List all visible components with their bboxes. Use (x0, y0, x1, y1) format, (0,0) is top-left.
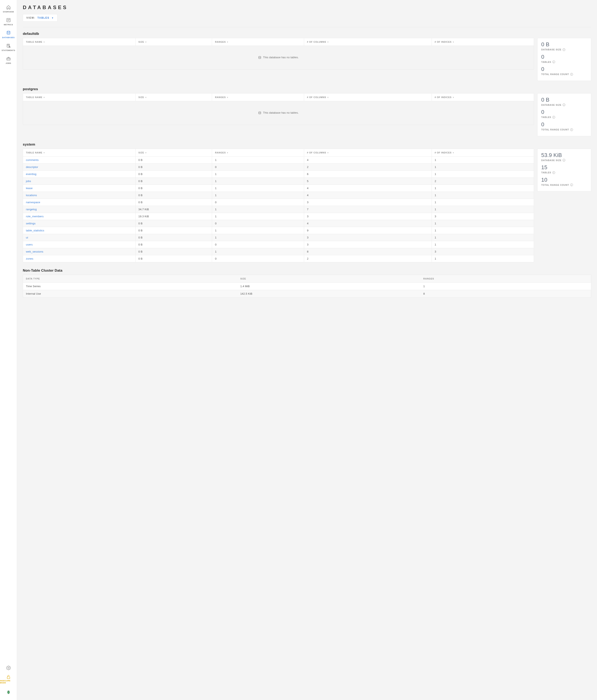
cell-size: 0 B (135, 220, 212, 227)
table-name-link[interactable]: zones (23, 255, 135, 262)
table-name-link[interactable]: rangelog (23, 206, 135, 213)
cell-indices: 1 (432, 170, 534, 177)
table-row: Internal Use142.5 KiB8 (23, 290, 591, 297)
cell-columns: 9 (304, 227, 432, 234)
info-icon[interactable]: i (570, 73, 573, 76)
summary-ranges-label: TOTAL RANGE COUNTi (541, 183, 587, 186)
table-row: ui0 B131 (23, 234, 534, 241)
cell-size: 0 B (135, 177, 212, 184)
cell-size: 0 B (135, 227, 212, 234)
info-icon[interactable]: i (570, 183, 573, 186)
cell-ranges: 1 (212, 248, 304, 255)
table-name-link[interactable]: table_statistics (23, 227, 135, 234)
cell-size: 0 B (135, 241, 212, 248)
cell-size: 0 B (135, 234, 212, 241)
table-name-link[interactable]: eventlog (23, 170, 135, 177)
table-name-link[interactable]: descriptor (23, 164, 135, 170)
sort-icon: ▼ (327, 41, 329, 43)
cell-columns: 6 (304, 170, 432, 177)
view-selector-label: VIEW: (26, 16, 35, 19)
sidebar-item-metrics[interactable]: METRICS (0, 15, 17, 28)
table-name-link[interactable]: role_members (23, 213, 135, 220)
column-header[interactable]: SIZE▼ (135, 38, 212, 46)
column-header[interactable]: TABLE NAME▼ (23, 149, 135, 156)
cell-indices: 2 (432, 177, 534, 184)
cell-size: 0 B (135, 255, 212, 262)
table-name-link[interactable]: locations (23, 192, 135, 199)
summary-size-label: DATABASE SIZEi (541, 103, 587, 106)
cell-columns: 2 (304, 255, 432, 262)
column-header[interactable]: # OF INDICES▼ (432, 94, 534, 101)
cell-indices: 1 (432, 227, 534, 234)
view-selector[interactable]: VIEW: TABLES ▼ (23, 14, 57, 22)
column-header: RANGES (420, 275, 591, 282)
cell-ranges: 1 (212, 213, 304, 220)
summary-tables-label: TABLESi (541, 60, 587, 63)
cell-indices: 1 (432, 199, 534, 206)
cell-indices: 1 (432, 234, 534, 241)
table-name-link[interactable]: jobs (23, 177, 135, 184)
cell-ranges: 1 (212, 170, 304, 177)
column-header[interactable]: SIZE▼ (135, 94, 212, 101)
table-row: role_members19.3 KiB133 (23, 213, 534, 220)
sort-icon: ▼ (43, 96, 45, 99)
cell-ranges: 1 (420, 282, 591, 290)
summary-size-value: 0 B (541, 97, 587, 103)
column-header[interactable]: TABLE NAME▼ (23, 94, 135, 101)
sidebar-item-jobs[interactable]: JOBS (0, 53, 17, 66)
cell-size: 142.5 KiB (237, 290, 420, 297)
column-header[interactable]: # OF COLUMNS▼ (304, 38, 432, 46)
column-header[interactable]: RANGES▼ (212, 149, 304, 156)
column-header[interactable]: RANGES▼ (212, 38, 304, 46)
database-icon (258, 111, 261, 114)
cell-columns: 4 (304, 156, 432, 164)
table-name-link[interactable]: namespace (23, 199, 135, 206)
cell-type: Time Series (23, 282, 238, 290)
info-icon[interactable]: i (563, 103, 565, 106)
info-icon[interactable]: i (563, 159, 565, 161)
cell-ranges: 1 (212, 156, 304, 164)
table-row: web_sessions0 B183 (23, 248, 534, 255)
cell-indices: 3 (432, 248, 534, 255)
cell-indices: 1 (432, 192, 534, 199)
table-row: Time Series1.4 MiB1 (23, 282, 591, 290)
column-header[interactable]: # OF COLUMNS▼ (304, 94, 432, 101)
column-header[interactable]: # OF COLUMNS▼ (304, 149, 432, 156)
tables-grid: TABLE NAME▼SIZE▼RANGES▼# OF COLUMNS▼# OF… (23, 149, 534, 262)
page-title: DATABASES (23, 5, 591, 10)
table-name-link[interactable]: comments (23, 156, 135, 164)
info-icon[interactable]: i (552, 116, 555, 119)
column-header[interactable]: # OF INDICES▼ (432, 149, 534, 156)
sidebar-item-overview[interactable]: OVERVIEW (0, 2, 17, 15)
sort-icon: ▼ (145, 152, 147, 154)
table-row: rangelog34.7 KiB171 (23, 206, 534, 213)
column-header[interactable]: # OF INDICES▼ (432, 38, 534, 46)
table-name-link[interactable]: ui (23, 234, 135, 241)
cell-indices: 1 (432, 164, 534, 170)
cell-indices: 1 (432, 241, 534, 248)
info-icon[interactable]: i (570, 128, 573, 131)
database-name: system (23, 143, 591, 147)
cell-columns: 8 (304, 248, 432, 255)
briefcase-icon (6, 56, 11, 61)
column-header[interactable]: TABLE NAME▼ (23, 38, 135, 46)
table-name-link[interactable]: web_sessions (23, 248, 135, 255)
svg-rect-2 (7, 44, 9, 47)
cell-size: 0 B (135, 170, 212, 177)
column-header[interactable]: SIZE▼ (135, 149, 212, 156)
sidebar: OVERVIEW METRICS DATABASES STATEMENTS JO… (0, 0, 17, 310)
cell-size: 0 B (135, 184, 212, 192)
info-icon[interactable]: i (552, 60, 555, 63)
table-name-link[interactable]: settings (23, 220, 135, 227)
info-icon[interactable]: i (552, 171, 555, 174)
sidebar-item-databases[interactable]: DATABASES (0, 28, 17, 41)
table-row: table_statistics0 B191 (23, 227, 534, 234)
column-header[interactable]: RANGES▼ (212, 94, 304, 101)
database-section: postgresTABLE NAME▼SIZE▼RANGES▼# OF COLU… (23, 87, 591, 136)
table-name-link[interactable]: users (23, 241, 135, 248)
table-name-link[interactable]: lease (23, 184, 135, 192)
info-icon[interactable]: i (563, 48, 565, 51)
cell-columns: 4 (304, 184, 432, 192)
sidebar-item-statements[interactable]: STATEMENTS (0, 41, 17, 53)
summary-tables-value: 15 (541, 165, 587, 170)
